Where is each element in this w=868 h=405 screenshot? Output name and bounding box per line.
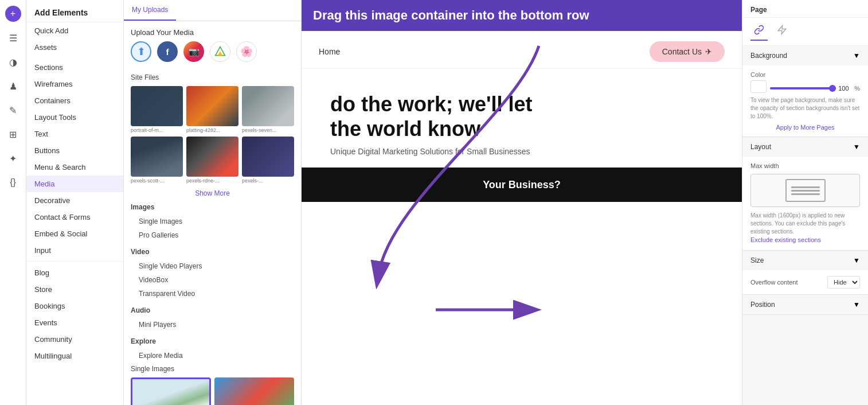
contact-us-button[interactable]: Contact Us ✈ <box>650 41 725 62</box>
sidebar-item-store[interactable]: Store <box>26 281 123 298</box>
sidebar-item-layout-tools[interactable]: Layout Tools <box>26 109 123 126</box>
background-note: To view the page background, make sure t… <box>750 96 860 120</box>
add-elements-panel: Add Elements Quick Add Assets Sections W… <box>26 0 124 405</box>
layout-line-2 <box>791 190 820 192</box>
video-section-title: Video <box>131 248 294 256</box>
layout-lines <box>791 186 820 195</box>
list-item[interactable]: pexels-scott-... <box>131 137 183 184</box>
single-img-snow[interactable] <box>131 377 211 405</box>
upload-device-icon[interactable]: ⬆ <box>131 41 151 62</box>
size-section-content: Overflow content Hide <box>742 270 868 294</box>
right-panel: Page Background ▼ Color 100 <box>742 0 868 405</box>
image-label-pexels-3: pexels-... <box>242 178 294 184</box>
sub-item-transparent-video[interactable]: Transparent Video <box>131 287 294 301</box>
sidebar-item-events[interactable]: Events <box>26 314 123 331</box>
sidebar-item-contact-forms[interactable]: Contact & Forms <box>26 209 123 225</box>
sub-item-pro-galleries[interactable]: Pro Galleries <box>131 228 294 242</box>
list-item[interactable]: platting-4282... <box>186 86 238 133</box>
users-icon[interactable]: ♟ <box>3 76 24 96</box>
sub-item-mini-players[interactable]: Mini Players <box>131 318 294 332</box>
position-section-header[interactable]: Position ▼ <box>742 295 868 314</box>
design-icon[interactable]: ✎ <box>3 100 24 120</box>
opacity-thumb[interactable] <box>829 85 836 92</box>
image-label-portrait: portrait-of-m... <box>131 127 183 133</box>
opacity-percent: % <box>854 85 860 92</box>
sidebar-item-menu-search[interactable]: Menu & Search <box>26 159 123 176</box>
tab-my-uploads[interactable]: My Uploads <box>124 0 176 21</box>
background-section-header[interactable]: Background ▼ <box>742 46 868 65</box>
sidebar-item-wireframes[interactable]: Wireframes <box>26 76 123 92</box>
list-item[interactable]: pexels-... <box>242 137 294 184</box>
blog-icon[interactable]: ✦ <box>3 148 24 169</box>
hero-subtext: Unique Digital Marketing Solutions for S… <box>330 147 713 156</box>
image-thumb-pexels-rdne[interactable] <box>186 137 238 177</box>
opacity-value: 100 <box>838 85 852 92</box>
single-images-grid <box>131 377 294 405</box>
explore-section-title: Explore <box>131 337 294 345</box>
single-img-mixed[interactable] <box>214 377 295 405</box>
upload-drive-icon[interactable] <box>210 41 230 62</box>
panel-section-layout: Layout ▼ Max width Max width (1600px) is… <box>742 137 868 251</box>
layout-section-header[interactable]: Layout ▼ <box>742 137 868 157</box>
website-preview: Home Contact Us ✈ do the work; we'll let… <box>302 0 742 405</box>
exclude-existing-sections-link[interactable]: Exclude existing sections <box>750 236 821 243</box>
upload-instagram-icon[interactable]: 📷 <box>183 41 204 62</box>
tab-link[interactable] <box>750 22 768 41</box>
sub-item-videobox[interactable]: VideoBox <box>131 273 294 287</box>
image-thumb-pexels-3[interactable] <box>242 137 294 177</box>
size-section-header[interactable]: Size ▼ <box>742 251 868 270</box>
sidebar-item-containers[interactable]: Containers <box>26 92 123 109</box>
svg-marker-1 <box>218 51 222 56</box>
svg-marker-6 <box>778 26 786 34</box>
code-icon[interactable]: {} <box>3 172 24 193</box>
list-item[interactable]: portrait-of-m... <box>131 86 183 133</box>
audio-section-title: Audio <box>131 306 294 314</box>
sidebar-item-buttons[interactable]: Buttons <box>26 142 123 159</box>
upload-facebook-icon[interactable]: f <box>157 41 178 62</box>
image-thumb-pexels-seven[interactable] <box>242 86 294 126</box>
background-icon[interactable]: ◑ <box>3 52 24 72</box>
sections-icon[interactable]: ⊞ <box>3 124 24 145</box>
color-swatch-row: 100 % <box>750 80 860 93</box>
image-thumb-platting[interactable] <box>186 86 238 126</box>
background-section-content: Color 100 % To view the page background,… <box>742 65 868 137</box>
site-nav-home[interactable]: Home <box>319 47 340 56</box>
sidebar-item-blog[interactable]: Blog <box>26 264 123 281</box>
list-item[interactable]: pexels-rdne-... <box>186 137 238 184</box>
apply-to-more-pages-link[interactable]: Apply to More Pages <box>750 124 860 131</box>
single-images-section-title: Single Images <box>131 365 294 373</box>
layout-box-inner <box>785 179 826 202</box>
right-panel-header: Page <box>742 0 868 18</box>
max-width-label: Max width <box>750 162 860 169</box>
sidebar-item-media[interactable]: Media <box>26 176 123 192</box>
image-thumb-portrait[interactable] <box>131 86 183 126</box>
slider-container: 100 % <box>770 85 860 92</box>
sidebar-item-bookings[interactable]: Bookings <box>26 298 123 314</box>
upload-area: Upload Your Media ⬆ f 📷 🌸 <box>131 28 294 68</box>
layout-section-content: Max width Max width (1600px) is applied … <box>742 157 868 250</box>
list-item[interactable]: pexels-seven... <box>242 86 294 133</box>
sidebar-item-input[interactable]: Input <box>26 242 123 259</box>
image-label-pexels-seven: pexels-seven... <box>242 127 294 133</box>
sub-item-single-video-players[interactable]: Single Video Players <box>131 259 294 273</box>
sidebar-item-community[interactable]: Community <box>26 331 123 348</box>
overflow-select[interactable]: Hide <box>827 276 860 289</box>
sidebar-item-embed-social[interactable]: Embed & Social <box>26 225 123 242</box>
sidebar-item-text[interactable]: Text <box>26 126 123 142</box>
sub-item-single-images[interactable]: Single Images <box>131 215 294 228</box>
pages-icon[interactable]: ☰ <box>3 28 24 48</box>
sidebar-item-decorative[interactable]: Decorative <box>26 192 123 209</box>
layout-note: Max width (1600px) is applied to new sec… <box>750 212 860 244</box>
color-swatch[interactable] <box>750 80 767 93</box>
image-thumb-pexels-scott[interactable] <box>131 137 183 177</box>
upload-photos-icon[interactable]: 🌸 <box>236 41 257 62</box>
sidebar-item-quick-add[interactable]: Quick Add <box>26 22 123 39</box>
sub-item-explore-media[interactable]: Explore Media <box>131 349 294 363</box>
images-section-title: Images <box>131 203 294 211</box>
add-icon[interactable]: + <box>5 6 21 22</box>
sidebar-item-multilingual[interactable]: Multilingual <box>26 348 123 364</box>
show-more-button[interactable]: Show More <box>131 189 294 197</box>
tab-lightning[interactable] <box>773 22 791 41</box>
sidebar-item-sections[interactable]: Sections <box>26 59 123 76</box>
sidebar-item-assets[interactable]: Assets <box>26 39 123 56</box>
